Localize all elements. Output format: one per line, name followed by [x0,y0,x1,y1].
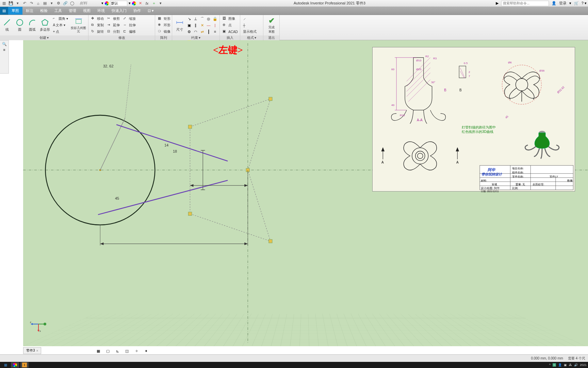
show-constraints-icon[interactable]: ▣ [186,22,192,28]
system-tray[interactable]: ^ S 👤 ▣ 🖧 🔊 2021 [549,363,587,367]
tab-tools[interactable]: 工具 [51,7,65,15]
tab-inspect[interactable]: 检验 [37,7,51,15]
tray-cast-icon[interactable]: ▣ [564,363,567,367]
copy-button[interactable]: ⧉复制 [90,22,105,28]
app-menu-icon[interactable]: ▥ [1,1,7,6]
circ-pattern-button[interactable]: ❋环形 [157,22,172,28]
tangent-icon[interactable]: ⌒ [199,16,205,22]
tab-annotate[interactable]: 标注 [22,7,37,15]
mirror-button[interactable]: ⚆镜像 [157,29,172,35]
rotate-button[interactable]: ↻旋转 [90,29,105,35]
tab-collaborate[interactable]: 协作 [130,7,144,15]
tab-extra-icon[interactable]: ⊡ ▾ [144,7,157,15]
arc-button[interactable]: 圆弧 [27,16,38,35]
horizontal-icon[interactable]: — [206,22,212,28]
search-arrow-icon[interactable]: ▶ [496,1,499,5]
stretch-button[interactable]: ↔拉伸 [122,22,137,28]
dim-45[interactable]: 45 [115,196,119,200]
cart-icon[interactable]: 🛒 [574,1,579,5]
redo-icon[interactable]: ↷ [29,1,34,6]
ribbon-collapse-icon[interactable] [585,7,588,15]
dim-18[interactable]: 18 [173,149,177,153]
point-button[interactable]: + 点 [51,29,69,35]
auto-dim-icon[interactable]: ↘ [186,16,192,22]
parallel-icon[interactable]: ∥ [193,22,199,28]
help-search-input[interactable] [501,1,549,6]
undo-icon[interactable]: ↶ [22,1,27,6]
dropdown-icon[interactable]: ▾ [15,1,20,6]
tray-vol-icon[interactable]: 🔊 [574,363,578,367]
save-icon[interactable]: 💾 [8,1,14,6]
tab-manage[interactable]: 管理 [65,7,80,15]
appearance-select[interactable] [110,1,127,6]
equal-icon[interactable]: = [212,29,218,35]
tray-ime-icon[interactable]: S [553,363,556,367]
home-icon[interactable]: ⌂ [35,1,41,6]
chrome-taskbar-icon[interactable] [11,362,19,368]
plus-icon[interactable]: ＋ [151,1,157,6]
collinear-icon[interactable]: ┃ [206,29,212,35]
dimension-button[interactable]: 尺寸 [174,16,185,35]
tray-clock[interactable]: 2021 [580,363,587,367]
login-dropdown-icon[interactable]: ▾ [569,1,571,5]
fix-icon[interactable]: 🔒 [212,16,218,22]
tray-user-icon[interactable]: 👤 [558,363,562,367]
inventor-taskbar-icon[interactable]: I [20,362,29,368]
color-wheel-icon[interactable] [132,1,136,5]
close-tab-icon[interactable]: × [36,349,38,353]
trim-button[interactable]: ✂修剪 [106,16,121,22]
coincident-icon[interactable]: ✕ [199,22,205,28]
sheet-icon[interactable]: ▤ [42,1,48,6]
material-dropdown-icon[interactable]: ▾ [101,1,103,5]
fx-icon[interactable]: fx [144,1,150,6]
show-format-button[interactable]: 显示格式 [242,29,258,35]
concentric-icon[interactable]: ◎ [206,16,212,22]
appearance-color-icon[interactable] [105,1,109,5]
rect-pattern-button[interactable]: ▦矩形 [157,16,172,22]
constraint-settings-icon[interactable]: ⚙ [186,29,192,35]
reference-image[interactable]: A-A B B A A 灯管扫描的路径为图中 红色线所示的3D曲线 阿华 带你玩… [372,47,575,191]
insert-acad-button[interactable]: ▣ACAD [221,29,239,35]
measure-icon[interactable]: ✕ [137,1,143,6]
insert-image-button[interactable]: 🖼图像 [221,16,239,22]
symmetric-icon[interactable]: ⇌ [199,29,205,35]
sketch-canvas[interactable]: 32. 62 14 18 45 <左键> ↖ [23,40,588,346]
snap-icon[interactable]: ▢ [105,348,111,354]
panel-create-label[interactable]: 创建 ▾ [0,35,88,40]
circle-button[interactable]: 圆 [14,16,26,35]
dim-32-62[interactable]: 32. 62 [103,64,114,68]
snap-settings-icon[interactable]: ✧ [133,348,140,354]
tray-up-icon[interactable]: ^ [549,363,551,367]
view-triad[interactable]: z x [30,316,47,333]
assembly-icon[interactable]: ⚙ [56,1,61,6]
tab-getstarted[interactable]: 快速入门 [108,7,130,15]
tab-view[interactable]: 视图 [80,7,94,15]
project-geometry-button[interactable]: 投影几何图元 [70,16,87,35]
tab-environment[interactable]: 环境 [94,7,108,15]
link-icon[interactable]: 🔗 [63,1,68,6]
extend-button[interactable]: ⇥延伸 [106,22,121,28]
construction-icon[interactable]: ⟋ [242,16,258,22]
polygon-button[interactable]: 多边形 [39,16,51,35]
fillet-button[interactable]: ⌐圆角 ▾ [51,16,69,22]
vertical-icon[interactable]: | [212,22,218,28]
scale-button[interactable]: ⤢缩放 [122,16,137,22]
finish-sketch-button[interactable]: ✔ 完成 草图 [265,16,278,35]
ortho-icon[interactable]: ⊾ [114,348,120,354]
tab-sketch[interactable]: 草图 [8,7,22,15]
appearance-dropdown-icon[interactable]: ▾ [129,1,131,5]
offset-button[interactable]: ⊏偏移 [122,29,137,35]
slice-icon[interactable]: ◫ [124,348,130,354]
dropdown2-icon[interactable]: ▾ [49,1,54,6]
line-button[interactable]: 线 [1,16,13,35]
snap-misc-icon[interactable]: ✦ [143,348,149,354]
panel-constrain-label[interactable]: 约束 ▾ [172,35,219,40]
login-button[interactable]: 登录 [559,1,567,6]
split-button[interactable]: ⊟分割 [106,29,121,35]
qat-more-icon[interactable]: ▾ [158,1,163,6]
smooth-icon[interactable]: ◠ [193,29,199,35]
file-tab[interactable]: ▤ [0,7,8,15]
start-button[interactable]: ⊞ [1,362,10,368]
doc-tab-part3[interactable]: 零件3 × [23,347,41,354]
perpendicular-icon[interactable]: ⊥ [193,16,199,22]
